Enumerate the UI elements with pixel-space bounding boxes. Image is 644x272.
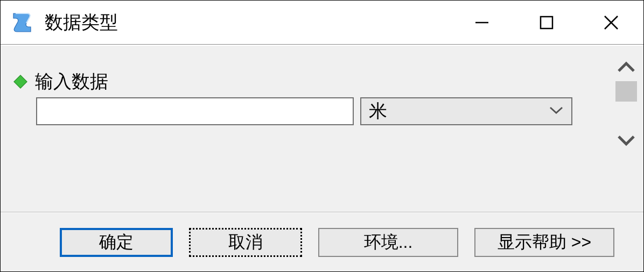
ok-button[interactable]: 确定 [60, 228, 173, 257]
environment-button[interactable]: 环境... [318, 228, 458, 257]
close-button[interactable] [579, 1, 643, 44]
scroll-down-button[interactable] [614, 131, 639, 150]
titlebar: 数据类型 [1, 1, 643, 45]
window-controls [450, 1, 643, 44]
required-marker-icon [13, 75, 27, 88]
content-area: 输入数据 米 [1, 45, 643, 212]
scroll-column [612, 58, 640, 150]
ok-button-label: 确定 [99, 231, 134, 254]
app-icon [10, 10, 35, 35]
input-container [16, 97, 344, 125]
show-help-button[interactable]: 显示帮助 >> [474, 228, 614, 257]
minimize-button[interactable] [450, 1, 514, 44]
unit-dropdown-value: 米 [369, 99, 549, 124]
content-inner: 输入数据 米 [1, 46, 643, 212]
input-data-field[interactable] [36, 97, 354, 125]
chevron-down-icon [549, 105, 564, 117]
dialog-window: 数据类型 输入数据 [0, 0, 644, 272]
field-row: 米 [16, 97, 628, 125]
window-title: 数据类型 [45, 10, 450, 35]
show-help-button-label: 显示帮助 >> [498, 231, 591, 254]
cancel-button[interactable]: 取消 [189, 228, 302, 257]
svg-rect-1 [541, 17, 552, 28]
unit-dropdown[interactable]: 米 [360, 97, 572, 125]
environment-button-label: 环境... [364, 231, 413, 254]
cancel-button-label: 取消 [228, 231, 263, 254]
maximize-button[interactable] [514, 1, 579, 44]
button-bar: 确定 取消 环境... 显示帮助 >> [1, 212, 643, 271]
scroll-thumb[interactable] [615, 81, 637, 102]
input-data-label: 输入数据 [35, 69, 108, 94]
field-label-row: 输入数据 [16, 69, 628, 94]
scroll-up-button[interactable] [614, 58, 639, 77]
